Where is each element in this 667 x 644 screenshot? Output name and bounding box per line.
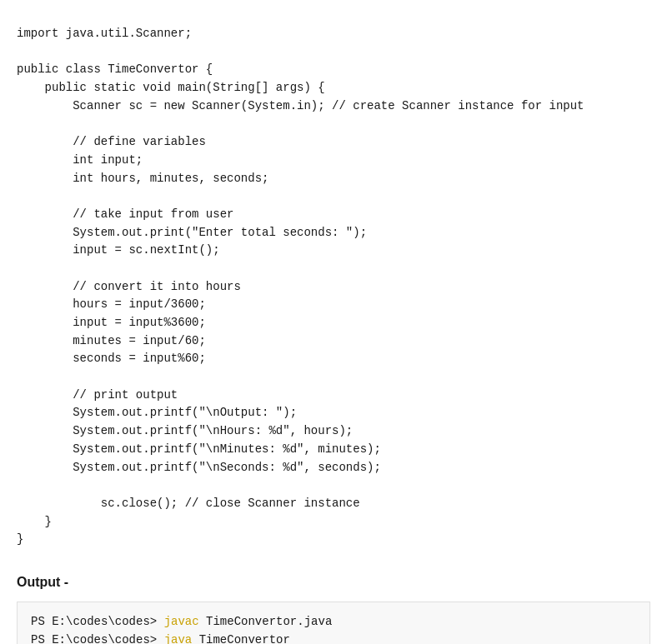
terminal-output: PS E:\codes\codes> javac TimeConvertor.j… [17, 602, 650, 644]
blank-line-3 [17, 187, 650, 206]
print-enter: System.out.print("Enter total seconds: "… [17, 224, 650, 242]
terminal-suffix-1: TimeConvertor.java [199, 615, 333, 628]
printf-seconds: System.out.printf("\nSeconds: %d", secon… [17, 459, 650, 477]
blank-line-5 [17, 368, 650, 387]
comment-define: // define variables [17, 133, 650, 152]
main-method: public static void main(String[] args) { [17, 79, 650, 97]
minutes-calc: minutes = input/60; [17, 332, 650, 351]
blank-line [17, 43, 650, 62]
int-hms: int hours, minutes, seconds; [17, 170, 650, 188]
seconds-calc: seconds = input%60; [17, 350, 650, 368]
comment-take: // take input from user [17, 206, 650, 224]
blank-line-6 [17, 477, 650, 495]
blank-line-4 [17, 260, 650, 278]
blank-line-2 [17, 115, 650, 133]
scanner-line: Scanner sc = new Scanner(System.in); // … [17, 97, 650, 116]
javac-keyword: javac [164, 615, 199, 628]
close-inner: } [17, 513, 650, 532]
terminal-line-2: PS E:\codes\codes> java TimeConvertor [31, 631, 636, 644]
terminal-prefix-1: PS E:\codes\codes> [31, 615, 164, 628]
output-label: Output - [17, 572, 650, 593]
close-outer: } [17, 531, 650, 549]
printf-minutes: System.out.printf("\nMinutes: %d", minut… [17, 441, 650, 459]
hours-calc: hours = input/3600; [17, 296, 650, 314]
terminal-line-1: PS E:\codes\codes> javac TimeConvertor.j… [31, 612, 636, 631]
printf-hours: System.out.printf("\nHours: %d", hours); [17, 422, 650, 441]
terminal-suffix-2: TimeConvertor [192, 633, 290, 644]
class-declaration: public class TimeConvertor { [17, 61, 650, 79]
sc-close: sc.close(); // close Scanner instance [17, 495, 650, 513]
input-mod: input = input%3600; [17, 314, 650, 332]
terminal-prefix-2: PS E:\codes\codes> [31, 633, 164, 644]
comment-convert: // convert it into hours [17, 278, 650, 297]
code-block: import java.util.Scanner; public class T… [17, 17, 650, 557]
comment-print: // print output [17, 387, 650, 405]
import-line: import java.util.Scanner; [17, 25, 650, 43]
next-int: input = sc.nextInt(); [17, 242, 650, 260]
int-input: int input; [17, 152, 650, 170]
printf-output: System.out.printf("\nOutput: "); [17, 404, 650, 422]
java-keyword: java [164, 633, 193, 644]
